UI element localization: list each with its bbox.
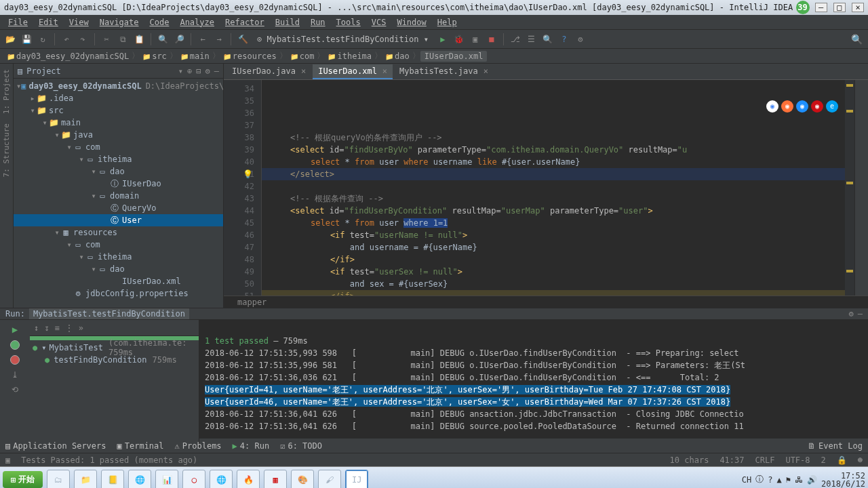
menu-run[interactable]: Run [305, 18, 331, 27]
copy-icon[interactable]: ⧉ [117, 33, 129, 45]
taskbar-app[interactable]: 🎨 [291, 470, 314, 489]
forward-icon[interactable]: → [213, 33, 225, 45]
gear-icon[interactable]: ⚙ [205, 66, 210, 76]
terminal-button[interactable]: ▣ Terminal [117, 441, 164, 451]
crumb[interactable]: dao [382, 52, 412, 61]
test-tree[interactable]: ▾MybatisTest(com.itheima.te: 759ms testF… [30, 340, 199, 367]
structure-tool-button[interactable]: 7: Structure [2, 121, 11, 180]
safari-icon[interactable]: ◉ [796, 100, 808, 113]
firefox-icon[interactable]: ◉ [781, 100, 793, 113]
open-icon[interactable]: 📂 [4, 33, 16, 45]
structure-icon[interactable]: ☰ [526, 33, 538, 45]
save-icon[interactable]: 💾 [20, 33, 33, 45]
code-editor[interactable]: 💡 <!-- 根据queryVo的条件查询用户 --> <select id="… [262, 80, 854, 296]
tree-node[interactable]: ▭dao [14, 263, 223, 275]
taskbar-app-intellij[interactable]: IJ [345, 470, 368, 489]
menu-help[interactable]: Help [432, 18, 462, 27]
tree-node[interactable]: 📁.idea [14, 92, 223, 104]
paste-icon[interactable]: 📋 [133, 33, 145, 45]
taskbar-app[interactable]: 🌐 [210, 470, 233, 489]
taskbar-app[interactable]: ◯ [182, 470, 205, 489]
stop-icon[interactable]: ■ [486, 33, 498, 45]
menu-file[interactable]: File [3, 18, 33, 27]
gear-icon[interactable]: ⚙ [849, 309, 854, 319]
line-gutter[interactable]: 343536373839404142434445464748495051 [224, 80, 262, 296]
status-position[interactable]: 41:37 [719, 455, 744, 465]
crumb[interactable]: com [288, 52, 317, 61]
run-config-selector[interactable]: ⊙ MybatisTest.testFindByCondition ▾ [253, 35, 433, 44]
close-button[interactable]: × [852, 3, 864, 12]
tree-node[interactable]: ▭itheima [14, 251, 223, 263]
tray-help-icon[interactable]: ? [768, 475, 772, 485]
tree-node[interactable]: ▭domain [14, 190, 223, 202]
menu-vcs[interactable]: VCS [366, 18, 392, 27]
tray-network-icon[interactable]: 🖧 [795, 475, 803, 485]
tab-iuserdao-java[interactable]: IUserDao.java× [226, 64, 311, 79]
lock-icon[interactable]: 🔒 [837, 455, 847, 465]
chrome-icon[interactable]: ◉ [766, 100, 778, 113]
taskbar-app[interactable]: 🌐 [128, 470, 151, 489]
crumb[interactable]: src [140, 52, 170, 61]
editor-breadcrumb[interactable]: mapper [224, 296, 868, 308]
taskbar-app[interactable]: 🗂 [47, 470, 70, 489]
pin-icon[interactable]: ⟲ [12, 385, 18, 394]
crumb-file[interactable]: IUserDao.xml [420, 51, 488, 62]
back-icon[interactable]: ← [197, 33, 209, 45]
status-context[interactable]: 2 [821, 455, 826, 465]
edge-icon[interactable]: e [826, 100, 838, 113]
sync-icon[interactable]: ↻ [37, 33, 49, 45]
undo-icon[interactable]: ↶ [60, 33, 73, 45]
run-icon[interactable]: ▶ [437, 33, 449, 45]
tray-volume-icon[interactable]: 🔊 [807, 475, 817, 485]
tree-node[interactable]: ⒸQueryVo [14, 202, 223, 214]
tree-node[interactable]: IUserDao.xml [14, 275, 223, 287]
notification-badge[interactable]: 39 [796, 1, 810, 14]
menu-analyze[interactable]: Analyze [174, 18, 220, 27]
collapse-all-icon[interactable]: ⊟ [196, 66, 201, 76]
rerun-icon[interactable]: ▶ [12, 324, 18, 335]
taskbar-app[interactable]: 📊 [155, 470, 178, 489]
maximize-button[interactable]: □ [833, 3, 846, 12]
project-dropdown[interactable] [178, 66, 183, 76]
tree-node[interactable]: 📁main [14, 117, 223, 129]
tray-icon[interactable]: ▲ [777, 475, 782, 485]
project-view-icon[interactable]: ▤ [18, 66, 22, 76]
menu-navigate[interactable]: Navigate [94, 18, 144, 27]
status-icon[interactable]: ▣ [5, 455, 10, 465]
minimize-button[interactable]: – [815, 3, 827, 12]
project-tool-button[interactable]: 1: Project [2, 66, 11, 117]
menu-tools[interactable]: Tools [331, 18, 366, 27]
tree-node[interactable]: ⒾIUserDao [14, 178, 223, 190]
hide-icon[interactable]: — [858, 309, 863, 319]
tree-node[interactable]: ▦resources [14, 226, 223, 239]
test-ok-icon[interactable] [10, 340, 20, 350]
find-icon[interactable]: 🔍 [157, 33, 169, 45]
status-line-sep[interactable]: CRLF [755, 455, 775, 465]
run-console[interactable]: 1 test passed – 759ms 2018-06-12 17:51:3… [199, 320, 868, 447]
opera-icon[interactable]: ◉ [811, 100, 823, 113]
scroll-to-icon[interactable]: ⊕ [187, 66, 192, 76]
close-icon[interactable]: × [484, 66, 488, 76]
menu-code[interactable]: Code [144, 18, 175, 27]
tree-node[interactable]: ▭dao [14, 165, 223, 178]
taskbar-app[interactable]: 🔥 [237, 470, 260, 489]
menu-window[interactable]: Window [391, 18, 431, 27]
search-icon[interactable]: 🔍 [542, 33, 554, 45]
tree-node[interactable]: ⒸUser [14, 214, 223, 226]
taskbar-app[interactable]: 📁 [74, 470, 97, 489]
vcs-icon[interactable]: ⎇ [509, 33, 521, 45]
run-config-name[interactable]: MybatisTest.testFindByCondition [29, 308, 189, 319]
crumb-root[interactable]: day03_eesy_02dynamicSQL [4, 52, 132, 61]
tree-node[interactable]: ▭com [14, 141, 223, 153]
start-button[interactable]: ⊞ 开始 [3, 471, 43, 488]
tree-node[interactable]: ▭com [14, 239, 223, 251]
hide-icon[interactable]: — [214, 66, 219, 76]
settings-icon[interactable]: ⚙ [574, 33, 587, 45]
help-icon[interactable]: ? [558, 33, 570, 45]
tree-node[interactable]: ▭itheima [14, 153, 223, 165]
crumb[interactable]: main [178, 52, 212, 61]
tray-flag-icon[interactable]: ⚑ [786, 475, 791, 485]
redo-icon[interactable]: ↷ [77, 33, 89, 45]
sort-icon[interactable]: ≡ [54, 323, 59, 333]
down-icon[interactable]: ⤓ [12, 370, 18, 380]
